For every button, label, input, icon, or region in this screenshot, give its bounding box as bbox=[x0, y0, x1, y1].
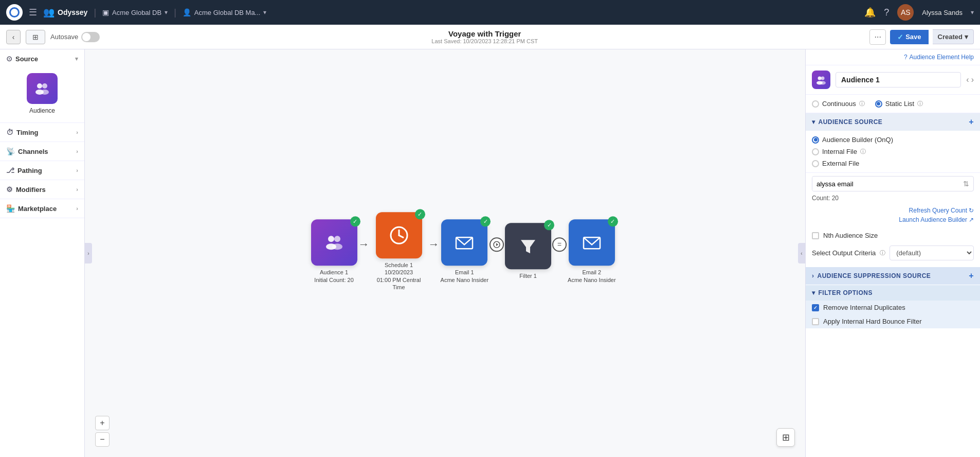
continuous-radio-button[interactable] bbox=[812, 100, 819, 108]
canvas-expand-right-button[interactable]: ‹ bbox=[798, 243, 805, 263]
workflow-node-filter1[interactable]: ✓ Filter 1 bbox=[505, 223, 551, 280]
email2-check-icon: ✓ bbox=[608, 217, 618, 227]
layers-button[interactable]: ⊞ bbox=[776, 428, 795, 447]
username-label[interactable]: Alyssa Sands bbox=[922, 9, 963, 16]
rp-static-list-radio[interactable]: Static List ⓘ bbox=[875, 100, 923, 108]
created-chevron-icon: ▾ bbox=[965, 33, 968, 41]
source-chevron-icon: ▾ bbox=[75, 56, 78, 62]
workflow-node-audience1[interactable]: ✓ Audience 1 Initial Count: 20 bbox=[311, 220, 357, 284]
sidebar-channels-header[interactable]: 📡 Channels › bbox=[0, 142, 84, 161]
db-manager-selector[interactable]: 👤 Acme Global DB Ma... ▾ bbox=[183, 8, 267, 16]
hamburger-icon[interactable]: ☰ bbox=[29, 7, 37, 18]
sidebar-marketplace-header[interactable]: 🏪 Marketplace › bbox=[0, 199, 84, 218]
output-criteria-select[interactable]: (default) bbox=[890, 245, 974, 260]
team-selector[interactable]: 👥 Odyssey bbox=[43, 7, 87, 18]
help-question-icon[interactable]: ? bbox=[884, 7, 889, 18]
audience-search-input[interactable] bbox=[812, 177, 959, 191]
rp-next-button[interactable]: › bbox=[971, 75, 974, 84]
audience-tile[interactable]: Audience bbox=[27, 73, 58, 114]
continuous-info-icon[interactable]: ⓘ bbox=[859, 100, 865, 108]
audience-builder-radio-button[interactable] bbox=[812, 136, 819, 144]
sidebar-pathing-header[interactable]: ⎇ Pathing › bbox=[0, 161, 84, 180]
rp-audience-source-header[interactable]: ▾ AUDIENCE SOURCE + bbox=[806, 113, 980, 131]
rp-internal-file-radio[interactable]: Internal File ⓘ bbox=[812, 148, 974, 155]
suppression-add-icon[interactable]: + bbox=[969, 271, 974, 280]
svg-point-0 bbox=[37, 83, 42, 89]
schedule1-box[interactable]: ✓ bbox=[376, 212, 422, 258]
modifiers-section-icon: ⚙ bbox=[6, 185, 13, 194]
db-name: Acme Global DB bbox=[112, 9, 161, 16]
email1-box[interactable]: ✓ bbox=[441, 220, 487, 266]
internal-file-radio-button[interactable] bbox=[812, 148, 819, 155]
nth-audience-checkbox[interactable] bbox=[812, 232, 819, 239]
schedule1-title: Schedule 1 bbox=[371, 261, 427, 269]
created-button[interactable]: Created ▾ bbox=[933, 29, 974, 44]
hard-bounce-checkbox[interactable] bbox=[812, 318, 819, 325]
rp-continuous-radio[interactable]: Continuous ⓘ bbox=[812, 100, 865, 108]
output-criteria-info-icon[interactable]: ⓘ bbox=[880, 249, 885, 257]
rp-header: ‹ › bbox=[806, 65, 980, 95]
db-manager-name: Acme Global DB Ma... bbox=[194, 9, 261, 16]
app-logo[interactable] bbox=[6, 4, 23, 21]
audience-help-link[interactable]: ? Audience Element Help bbox=[904, 54, 974, 61]
db-chevron-icon[interactable]: ▾ bbox=[165, 9, 168, 16]
rp-icon-svg bbox=[815, 74, 827, 85]
sidebar-source-content: Audience bbox=[0, 68, 84, 122]
audience-source-title: AUDIENCE SOURCE bbox=[819, 118, 883, 126]
static-list-radio-button[interactable] bbox=[875, 100, 882, 108]
workflow-node-email1[interactable]: ✓ Email 1 Acme Nano Insider bbox=[441, 220, 489, 284]
static-list-info-icon[interactable]: ⓘ bbox=[917, 100, 923, 108]
internal-file-info-icon[interactable]: ⓘ bbox=[860, 148, 866, 155]
workflow-node-schedule1[interactable]: ✓ Schedule 1 10/20/2023 01:00 PM Central… bbox=[371, 212, 427, 291]
sidebar-source-header[interactable]: ⊙ Source ▾ bbox=[0, 49, 84, 68]
db-icon: ▣ bbox=[102, 8, 109, 16]
email1-title: Email 1 bbox=[441, 269, 489, 276]
notification-bell-icon[interactable]: 🔔 bbox=[864, 7, 876, 18]
back-button[interactable]: ‹ bbox=[6, 30, 21, 44]
external-file-radio-button[interactable] bbox=[812, 160, 819, 167]
zoom-out-button[interactable]: − bbox=[95, 432, 110, 447]
launch-audience-builder-link[interactable]: Launch Audience Builder ↗ bbox=[899, 216, 974, 223]
view-toggle-button[interactable]: ⊞ bbox=[26, 30, 45, 44]
autosave-toggle[interactable] bbox=[81, 32, 100, 42]
db-manager-chevron-icon[interactable]: ▾ bbox=[263, 9, 266, 16]
audience1-check-icon: ✓ bbox=[350, 217, 360, 227]
audience-source-add-icon[interactable]: + bbox=[969, 117, 974, 127]
timing-label: Timing bbox=[16, 129, 38, 136]
workflow-node-email2[interactable]: ✓ Email 2 Acme Nano Insider bbox=[568, 220, 616, 284]
user-chevron-icon[interactable]: ▾ bbox=[971, 9, 974, 16]
email2-label: Email 2 Acme Nano Insider bbox=[568, 269, 616, 284]
rp-filter-options-header[interactable]: ▾ FILTER OPTIONS bbox=[806, 285, 980, 301]
timing-chevron-icon: › bbox=[76, 129, 78, 135]
db-selector[interactable]: ▣ Acme Global DB ▾ bbox=[102, 8, 168, 16]
canvas-expand-left-button[interactable]: › bbox=[85, 243, 92, 263]
sidebar-section-channels: 📡 Channels › bbox=[0, 142, 84, 161]
rp-search-field[interactable]: ⇅ bbox=[812, 176, 974, 191]
rp-audience-builder-radio[interactable]: Audience Builder (OnQ) bbox=[812, 136, 974, 144]
filter1-icon bbox=[517, 235, 539, 258]
filter1-box[interactable]: ✓ bbox=[505, 223, 551, 270]
rp-source-type-group: Audience Builder (OnQ) Internal File ⓘ E… bbox=[806, 131, 980, 173]
rp-prev-button[interactable]: ‹ bbox=[966, 75, 969, 84]
refresh-query-count-link[interactable]: Refresh Query Count ↻ bbox=[909, 207, 974, 214]
svg-point-3 bbox=[41, 90, 49, 95]
zoom-in-button[interactable]: + bbox=[95, 416, 110, 430]
save-button[interactable]: ✓ Save bbox=[890, 30, 928, 44]
sort-icon[interactable]: ⇅ bbox=[959, 177, 973, 191]
email2-box[interactable]: ✓ bbox=[569, 220, 615, 266]
rp-suppression-header[interactable]: › AUDIENCE SUPPRESSION SOURCE + bbox=[806, 267, 980, 285]
sidebar-timing-header[interactable]: ⏱ Timing › bbox=[0, 123, 84, 142]
autosave-label: Autosave bbox=[50, 33, 78, 41]
remove-duplicates-checkbox[interactable]: ✓ bbox=[812, 304, 819, 311]
sidebar-modifiers-header[interactable]: ⚙ Modifiers › bbox=[0, 180, 84, 199]
email1-check-icon: ✓ bbox=[480, 217, 491, 227]
launch-audience-builder-label: Launch Audience Builder bbox=[899, 216, 967, 223]
element-name-input[interactable] bbox=[836, 72, 961, 87]
pathing-label: Pathing bbox=[17, 167, 42, 174]
sidebar-section-marketplace: 🏪 Marketplace › bbox=[0, 199, 84, 218]
audience1-box[interactable]: ✓ bbox=[311, 220, 357, 266]
rp-external-file-radio[interactable]: External File bbox=[812, 160, 974, 167]
avatar[interactable]: AS bbox=[897, 4, 914, 21]
more-options-button[interactable]: ··· bbox=[869, 29, 886, 45]
svg-marker-14 bbox=[521, 240, 535, 254]
